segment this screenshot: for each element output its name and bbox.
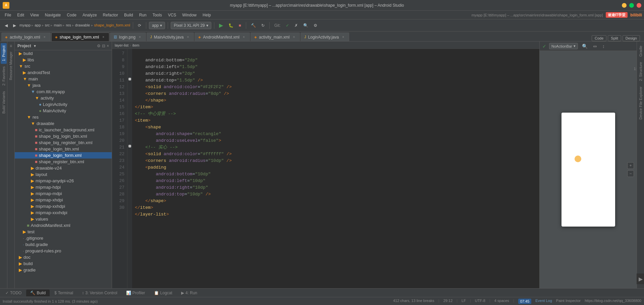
tree-item-mipmap-xxxhdpi[interactable]: ▶ mipmap-xxxhdpi bbox=[15, 209, 112, 216]
path-src[interactable]: src bbox=[45, 23, 50, 27]
tab-close-main-icon[interactable]: × bbox=[185, 35, 190, 40]
breadcrumb-item[interactable]: item bbox=[132, 43, 140, 47]
close-panel-icon[interactable]: × bbox=[107, 44, 109, 48]
toolbar-build-button[interactable]: 🔨 bbox=[249, 22, 258, 29]
tab-close-manifest-icon[interactable]: × bbox=[241, 35, 246, 40]
maximize-button[interactable] bbox=[629, 3, 634, 8]
tab-close-active-icon[interactable]: × bbox=[101, 35, 106, 40]
tree-item-libs[interactable]: ▶ libs bbox=[15, 57, 112, 63]
tree-item-values[interactable]: ▶ values bbox=[15, 216, 112, 222]
event-log-link[interactable]: Event Log bbox=[535, 299, 552, 304]
menu-edit[interactable]: Edit bbox=[14, 12, 27, 18]
menu-build[interactable]: Build bbox=[121, 12, 136, 18]
tree-item-drawable-v24[interactable]: ▶ drawable-v24 bbox=[15, 165, 112, 171]
split-view-button[interactable]: Split bbox=[608, 35, 621, 41]
tree-item-java[interactable]: ▼ java bbox=[15, 82, 112, 88]
tree-item-main[interactable]: ▼ main bbox=[15, 76, 112, 82]
bottom-tab-todo[interactable]: ✓ TODO bbox=[1, 290, 25, 296]
menu-tools[interactable]: Tools bbox=[150, 12, 165, 18]
code-editor[interactable]: android:bottom="2dp" android:left="1.5dp… bbox=[132, 49, 539, 288]
tree-item-proguard[interactable]: · proguard-rules.pro bbox=[15, 248, 112, 254]
menu-analyze[interactable]: Analyze bbox=[80, 12, 100, 18]
tree-item-login-activity[interactable]: ● LoginActivity bbox=[15, 101, 112, 108]
build-variants-tab[interactable]: Build Variants bbox=[1, 88, 7, 116]
toolbar-forward-button[interactable]: ▶ bbox=[11, 22, 18, 29]
run-config-dropdown[interactable]: app ▾ bbox=[149, 22, 165, 29]
tree-item-layout[interactable]: ▶ layout bbox=[15, 171, 112, 178]
path-myapp[interactable]: myapp bbox=[19, 23, 31, 27]
favorites-tab[interactable]: 2: Favorites bbox=[1, 64, 7, 88]
path-drawable[interactable]: drawable bbox=[75, 23, 90, 27]
design-view-button[interactable]: Design bbox=[623, 35, 640, 41]
bottom-tab-version-control[interactable]: ↕ 3: Version Control bbox=[78, 290, 121, 296]
tab-login-png[interactable]: 🖼 login.png × bbox=[110, 33, 146, 41]
git-button[interactable]: Git: bbox=[272, 22, 283, 29]
tree-item-src[interactable]: ▼ src bbox=[15, 63, 112, 69]
menu-refactor[interactable]: Refactor bbox=[100, 12, 121, 18]
tree-item-mipmap-anydpi[interactable]: ▶ mipmap-anydpi-v26 bbox=[15, 178, 112, 184]
tree-item-shape-register-btn[interactable]: ■ shape_register_btn.xml bbox=[15, 159, 112, 165]
tree-item-main-activity[interactable]: ● MainActivity bbox=[15, 108, 112, 114]
gear-icon[interactable]: ⚙ bbox=[97, 44, 101, 48]
tree-item-shape-login-form[interactable]: ■ shape_login_form.xml bbox=[15, 152, 112, 159]
project-dropdown-icon[interactable]: ▾ bbox=[34, 44, 36, 48]
bottom-tab-build[interactable]: 🔨 Build bbox=[26, 290, 50, 296]
gradle-tab[interactable]: Gradle bbox=[638, 43, 644, 59]
menu-run[interactable]: Run bbox=[137, 12, 149, 18]
device-file-explorer-tab[interactable]: Device File Explorer bbox=[638, 84, 644, 122]
zoom-in-icon[interactable]: 🔍 bbox=[581, 43, 589, 50]
tree-item-android-manifest[interactable]: ■ AndroidManifest.xml bbox=[15, 222, 112, 229]
menu-vcs[interactable]: VCS bbox=[165, 12, 179, 18]
tree-item-gradle[interactable]: ▶ gradle bbox=[15, 267, 112, 273]
tab-close-png-icon[interactable]: × bbox=[138, 35, 142, 40]
status-time[interactable]: 07:45 bbox=[518, 299, 532, 304]
tree-item-test[interactable]: ▶ test bbox=[15, 229, 112, 235]
toolbar-sync2-button[interactable]: ↻ bbox=[259, 22, 267, 29]
bottom-tab-logcat[interactable]: 📋 Logcat bbox=[150, 290, 176, 296]
structure-tab[interactable]: 2: Structure bbox=[638, 59, 644, 84]
path-app[interactable]: app bbox=[35, 23, 41, 27]
menu-window[interactable]: Window bbox=[179, 12, 199, 18]
tab-close-activity-main-icon[interactable]: × bbox=[291, 35, 296, 40]
git-check-button[interactable]: ✓ bbox=[284, 22, 291, 29]
path-file[interactable]: shape_login_form.xml bbox=[94, 23, 130, 27]
tab-main-activity-java[interactable]: J MainActivity.java × bbox=[147, 33, 194, 41]
tab-close-icon[interactable]: × bbox=[42, 35, 47, 40]
tree-item-gitignore[interactable]: · .gitignore bbox=[15, 235, 112, 241]
tab-close-login-icon[interactable]: × bbox=[341, 35, 345, 40]
tree-item-shape-login-btn[interactable]: ■ shape_login_btn.xml bbox=[15, 146, 112, 152]
toolbar-settings-button[interactable]: ⚙ bbox=[312, 22, 319, 29]
tab-shape-login-form-xml[interactable]: ◈ shape_login_form.xml × bbox=[51, 33, 109, 41]
git-x-button[interactable]: ✗ bbox=[292, 22, 300, 29]
tab-activity-main-xml[interactable]: ◈ activity_main.xml × bbox=[251, 33, 300, 41]
menu-code[interactable]: Code bbox=[64, 12, 79, 18]
debug-button[interactable]: 🐛 bbox=[226, 22, 235, 29]
resource-manager-icon[interactable]: ≡ bbox=[8, 43, 14, 49]
paint-inspector-link[interactable]: Paint Inspector bbox=[556, 299, 581, 304]
tree-item-mipmap-xxhdpi[interactable]: ▶ mipmap-xxhdpi bbox=[15, 203, 112, 209]
tab-login-activity-java[interactable]: J LoginActivity.java × bbox=[301, 33, 349, 41]
tree-item-mipmap-hdpi[interactable]: ▶ mipmap-hdpi bbox=[15, 184, 112, 190]
tree-item-build-gradle[interactable]: · build.gradle bbox=[15, 241, 112, 248]
menu-view[interactable]: View bbox=[28, 12, 42, 18]
breadcrumb-layer-list[interactable]: layer-list bbox=[115, 43, 128, 47]
tree-item-build2[interactable]: ▶ build bbox=[15, 260, 112, 267]
tree-item-shape-big-login[interactable]: ■ shape_big_login_btn.xml bbox=[15, 133, 112, 139]
menu-help[interactable]: Help bbox=[200, 12, 214, 18]
minimize-button[interactable] bbox=[622, 3, 627, 8]
bottom-tab-profiler[interactable]: 📊 Profiler bbox=[122, 290, 149, 296]
tree-item-doc[interactable]: ▶ doc bbox=[15, 254, 112, 260]
tree-item-package[interactable]: ▼ com.ttit.myapp bbox=[15, 88, 112, 95]
tree-item-androidtest[interactable]: ▶ androidTest bbox=[15, 69, 112, 76]
toolbar-search-button[interactable]: 🔍 bbox=[301, 22, 310, 29]
run-button[interactable]: ▶ bbox=[217, 21, 225, 29]
preview-settings-icon[interactable]: ↕ bbox=[601, 43, 606, 50]
path-main[interactable]: main bbox=[54, 23, 62, 27]
tree-item-build[interactable]: ▶ build bbox=[15, 50, 112, 57]
resource-manager-label-text[interactable]: Resource Manager bbox=[9, 52, 13, 80]
device-dropdown[interactable]: Pixel 3 XL API 29 ▾ bbox=[171, 22, 211, 29]
tree-item-shape-big-register[interactable]: ■ shape_big_register_btn.xml bbox=[15, 139, 112, 146]
code-view-button[interactable]: Code bbox=[592, 35, 606, 41]
status-encoding[interactable]: UTF-8 bbox=[475, 299, 485, 304]
tree-item-mipmap-mdpi[interactable]: ▶ mipmap-mdpi bbox=[15, 190, 112, 197]
